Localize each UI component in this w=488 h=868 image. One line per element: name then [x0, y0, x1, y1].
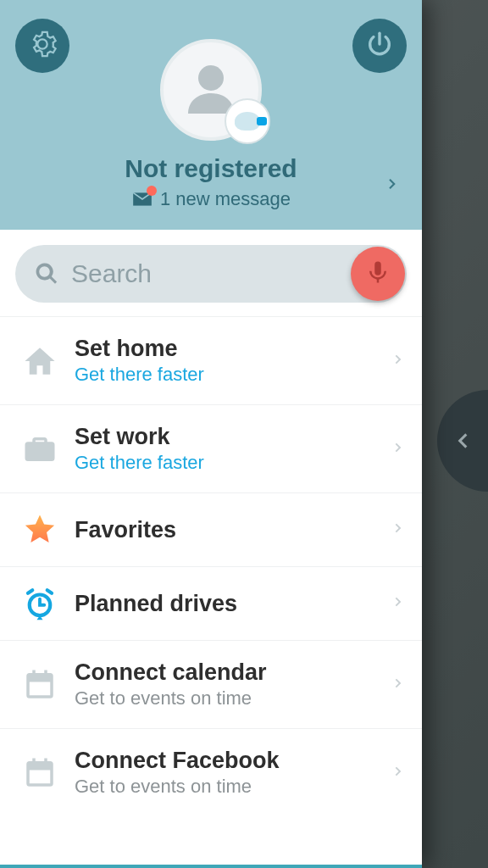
- menu-item-title: Set home: [75, 336, 391, 362]
- menu-item-planned-drives[interactable]: Planned drives: [0, 567, 422, 641]
- alarm-clock-icon: [17, 586, 63, 621]
- menu-item-title: Set work: [75, 424, 391, 450]
- svg-rect-2: [32, 685, 36, 689]
- chevron-right-icon: [385, 172, 400, 199]
- svg-point-0: [198, 65, 224, 91]
- side-drawer: Not registered 1 new message Search: [0, 0, 422, 868]
- voice-search-button[interactable]: [351, 247, 405, 301]
- menu-item-connect-calendar[interactable]: Connect calendar Get to events on time: [0, 641, 422, 729]
- drawer-header: Not registered 1 new message: [0, 0, 422, 230]
- messages-text: 1 new message: [160, 188, 291, 210]
- power-button[interactable]: [352, 19, 407, 73]
- menu-item-favorites[interactable]: Favorites: [0, 493, 422, 567]
- chevron-right-icon: [391, 591, 405, 616]
- menu-item-title: Favorites: [75, 517, 391, 543]
- notification-dot-icon: [147, 186, 157, 196]
- menu-item-title: Connect calendar: [75, 659, 391, 686]
- gear-icon: [28, 30, 57, 62]
- menu-item-subtitle: Get there faster: [75, 452, 391, 474]
- menu-item-subtitle: Get there faster: [75, 364, 391, 386]
- microphone-icon: [365, 259, 391, 288]
- search-input[interactable]: Search: [15, 245, 407, 303]
- briefcase-icon: [17, 431, 63, 467]
- svg-rect-4: [44, 685, 48, 689]
- waze-mascot-icon: [225, 98, 270, 144]
- search-icon: [34, 261, 59, 287]
- calendar-facebook-icon: f: [17, 755, 63, 791]
- menu-item-subtitle: Get to events on time: [75, 687, 391, 709]
- messages-indicator: 1 new message: [131, 188, 291, 210]
- menu-item-connect-facebook[interactable]: f Connect Facebook Get to events on time: [0, 729, 422, 816]
- power-icon: [365, 30, 394, 62]
- settings-button[interactable]: [15, 19, 69, 73]
- menu-item-subtitle: Get to events on time: [75, 776, 391, 798]
- profile-summary[interactable]: Not registered 1 new message: [0, 141, 422, 230]
- home-icon: [17, 343, 63, 379]
- menu-item-title: Connect Facebook: [75, 748, 391, 774]
- calendar-icon: [17, 667, 63, 703]
- menu-item-set-work[interactable]: Set work Get there faster: [0, 405, 422, 493]
- chevron-right-icon: [391, 437, 405, 462]
- chevron-right-icon: [391, 760, 405, 786]
- registration-status: Not registered: [0, 154, 422, 183]
- search-section: Search: [0, 230, 422, 317]
- profile-avatar[interactable]: [160, 39, 262, 141]
- menu-item-title: Planned drives: [75, 591, 391, 617]
- menu-list: Set home Get there faster Set work Get t…: [0, 317, 422, 865]
- envelope-icon: [131, 191, 153, 208]
- chevron-right-icon: [391, 348, 405, 374]
- chevron-right-icon: [391, 517, 405, 542]
- star-icon: [17, 512, 63, 548]
- chevron-right-icon: [391, 672, 405, 698]
- menu-item-set-home[interactable]: Set home Get there faster: [0, 317, 422, 405]
- svg-text:f: f: [34, 771, 39, 786]
- svg-rect-3: [38, 685, 42, 689]
